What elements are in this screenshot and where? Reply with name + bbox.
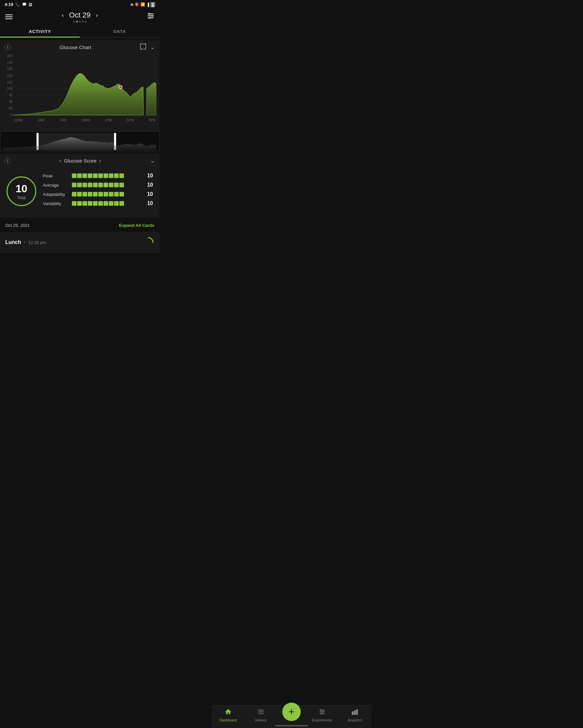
tab-data[interactable]: DATA <box>80 26 160 37</box>
metric-bar <box>114 201 119 206</box>
metric-bar <box>82 201 87 206</box>
glucose-chart-card: i Glucose Chart ⌄ <box>0 40 160 151</box>
metric-bar <box>88 174 92 178</box>
date-dots <box>60 21 100 22</box>
metric-bar <box>77 201 82 206</box>
metric-name-variability: Variability <box>43 201 69 206</box>
metric-value-peak: 10 <box>146 173 153 179</box>
metric-bars-peak <box>72 174 143 178</box>
metric-bar <box>98 174 103 178</box>
metric-bar <box>93 183 98 187</box>
x-label-3am: 3AM <box>37 119 45 122</box>
y-label-120: 120 <box>3 74 12 77</box>
metric-bar <box>77 192 82 197</box>
metric-bar <box>98 201 103 206</box>
metric-bar <box>77 174 82 178</box>
score-info-icon[interactable]: i <box>5 158 10 163</box>
score-metrics: Peak 10 <box>43 173 153 210</box>
main-content: i Glucose Chart ⌄ <box>0 40 160 286</box>
info-icon[interactable]: i <box>5 44 10 50</box>
x-label-9pm: 9PM <box>149 119 156 122</box>
y-label-96: 96 <box>3 93 12 97</box>
y-label-112: 112 <box>3 80 12 84</box>
menu-button[interactable] <box>5 15 12 19</box>
chevron-down-icon[interactable]: ⌄ <box>150 44 155 51</box>
score-prev-button[interactable]: ‹ <box>59 157 61 164</box>
metric-bar <box>93 192 98 197</box>
metric-name-adaptability: Adaptability <box>43 192 69 197</box>
filter-button[interactable] <box>147 13 154 21</box>
x-labels: 12AM 3AM 7AM 10AM 2PM 5PM 9PM <box>13 54 156 122</box>
x-label-10am: 10AM <box>81 119 90 122</box>
date-section-text: Oct 29, 2021 <box>5 223 30 228</box>
status-time: 4:19 <box>5 2 13 7</box>
date-nav: ‹ Oct 29 › <box>60 11 100 22</box>
y-label-80: 80 <box>3 106 12 110</box>
wifi-icon: 📶 <box>141 2 145 7</box>
x-label-7am: 7AM <box>59 119 66 122</box>
expand-icon[interactable] <box>140 44 146 51</box>
metric-bar <box>109 192 113 197</box>
metric-bar <box>104 192 108 197</box>
metric-bar <box>104 201 108 206</box>
phone-icon: 📞 <box>15 2 20 7</box>
mini-chart-svg <box>3 133 157 150</box>
metric-bar <box>98 192 103 197</box>
metric-bar <box>109 174 113 178</box>
metric-bar <box>114 183 119 187</box>
glucose-score-title: Glucose Score <box>64 158 96 163</box>
score-content: 10 Total Peak <box>0 167 160 217</box>
metric-row-adaptability: Adaptability 10 <box>43 191 153 197</box>
x-label-2pm: 2PM <box>105 119 112 122</box>
score-circle: 10 Total <box>7 176 36 206</box>
message-icon: 💬 <box>22 2 27 7</box>
tab-activity[interactable]: ACTIVITY <box>0 26 80 37</box>
metric-bar <box>119 201 124 206</box>
metric-bar <box>77 183 82 187</box>
score-total-number: 10 <box>16 183 27 195</box>
metric-bar <box>82 183 87 187</box>
x-label-12am: 12AM <box>14 119 22 122</box>
header: ‹ Oct 29 › <box>0 8 160 26</box>
date-dot-4 <box>82 21 84 22</box>
entry-info: Lunch • 12:26 pm <box>5 239 46 245</box>
metric-bar <box>114 174 119 178</box>
score-total-label: Total <box>17 196 25 200</box>
metric-bar <box>72 201 76 206</box>
expand-all-button[interactable]: Expand All Cards <box>119 223 154 228</box>
metric-bar <box>109 183 113 187</box>
metric-bar <box>93 174 98 178</box>
y-label-136: 136 <box>3 61 12 64</box>
date-section: Oct 29, 2021 Expand All Cards <box>0 219 160 232</box>
nfc-icon: N <box>131 3 133 7</box>
score-header: i ‹ Glucose Score › ⌄ <box>0 154 160 167</box>
metric-value-variability: 10 <box>146 201 153 206</box>
date-dot-5 <box>85 21 87 22</box>
score-chevron-down-icon[interactable]: ⌄ <box>150 157 155 164</box>
y-label-144: 144 <box>3 54 12 58</box>
score-next-button[interactable]: › <box>99 157 101 164</box>
metric-value-average: 10 <box>146 182 153 188</box>
metric-bar <box>88 192 92 197</box>
date-dot-3 <box>79 21 81 22</box>
entry-arc-icon <box>143 236 154 248</box>
status-right: N 🔇 📶 ▐ ▓ <box>131 2 155 7</box>
mini-chart[interactable] <box>0 131 160 151</box>
svg-point-4 <box>151 15 153 17</box>
prev-date-button[interactable]: ‹ <box>60 11 66 20</box>
next-date-button[interactable]: › <box>94 11 100 20</box>
metric-row-peak: Peak 10 <box>43 173 153 179</box>
metric-bar <box>72 192 76 197</box>
metric-bars-average <box>72 183 143 187</box>
metric-bar <box>104 183 108 187</box>
metric-name-average: Average <box>43 183 69 188</box>
glucose-score-card: i ‹ Glucose Score › ⌄ 10 Total Peak <box>0 154 160 217</box>
score-header-center: ‹ Glucose Score › <box>10 157 150 164</box>
glucose-chart-header-left: i <box>5 44 10 50</box>
metric-bar <box>119 183 124 187</box>
svg-point-5 <box>149 17 150 19</box>
entry-dot: • <box>24 239 26 245</box>
y-label-104: 104 <box>3 87 12 90</box>
y-labels: 144 136 128 120 112 104 96 88 80 72 <box>3 54 12 117</box>
entry-type: Lunch <box>5 239 21 245</box>
